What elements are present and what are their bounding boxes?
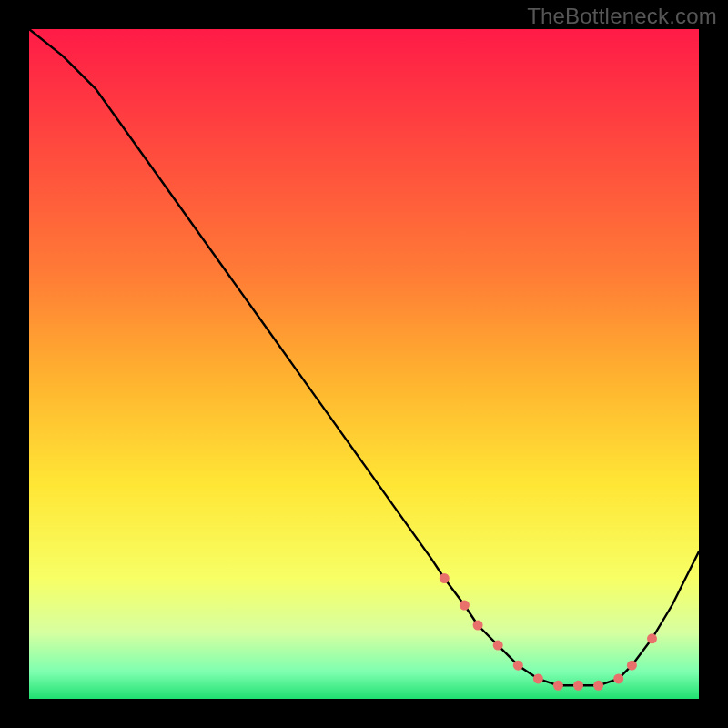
marker-dot [627, 661, 637, 671]
marker-dot [647, 633, 657, 643]
marker-dot [593, 681, 603, 691]
marker-dot [440, 573, 450, 583]
bottleneck-chart [0, 0, 728, 728]
marker-dot [493, 641, 503, 651]
chart-stage: TheBottleneck.com [0, 0, 728, 728]
marker-dot [613, 673, 623, 683]
marker-dot [473, 621, 483, 631]
marker-dot [573, 681, 583, 691]
marker-dot [513, 661, 523, 671]
marker-dot [553, 681, 563, 691]
marker-dot [533, 673, 543, 683]
plot-background [29, 29, 699, 699]
watermark-text: TheBottleneck.com [527, 4, 717, 29]
marker-dot [460, 601, 470, 611]
